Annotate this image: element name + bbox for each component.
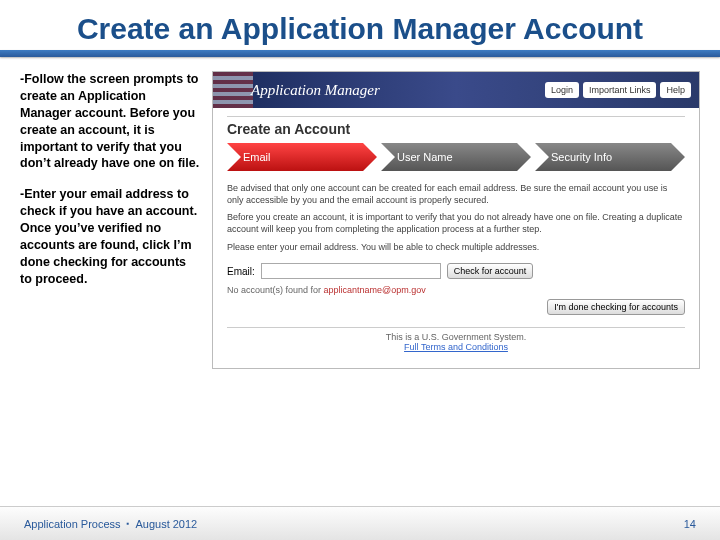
instruction-column: -Follow the screen prompts to create an … [20,71,200,369]
advisory-text-3: Please enter your email address. You wil… [227,242,685,254]
slide-title: Create an Application Manager Account [0,0,720,50]
done-checking-button[interactable]: I'm done checking for accounts [547,299,685,315]
status-email: applicantname@opm.gov [324,285,426,295]
flag-graphic [213,72,253,108]
page-number: 14 [684,518,696,530]
advisory-text-2: Before you create an account, it is impo… [227,212,685,235]
instruction-p2: -Enter your email address to check if yo… [20,186,200,287]
app-header: Application Manager Login Important Link… [213,72,699,108]
step-indicator: Email User Name Security Info [227,143,685,171]
panel-title: Create an Account [227,116,685,137]
important-links-button[interactable]: Important Links [583,82,657,98]
app-logo-text: Application Manager [251,82,380,99]
terms-link[interactable]: Full Terms and Conditions [404,342,508,352]
step-username: User Name [381,143,531,171]
status-prefix: No account(s) found for [227,285,321,295]
footer-date: August 2012 [135,518,197,530]
title-underline [0,50,720,57]
status-line: No account(s) found for applicantname@op… [227,285,685,295]
instruction-p1: -Follow the screen prompts to create an … [20,71,200,172]
screenshot-panel: Application Manager Login Important Link… [212,71,700,369]
gov-system-text: This is a U.S. Government System. [227,332,685,342]
step-security: Security Info [535,143,685,171]
slide-footer: Application Process ▪ August 2012 14 [0,506,720,540]
email-label: Email: [227,266,255,277]
help-button[interactable]: Help [660,82,691,98]
footer-separator: ▪ [127,519,130,528]
step-email: Email [227,143,377,171]
check-account-button[interactable]: Check for account [447,263,534,279]
email-field[interactable] [261,263,441,279]
login-button[interactable]: Login [545,82,579,98]
footer-process: Application Process [24,518,121,530]
advisory-text-1: Be advised that only one account can be … [227,183,685,206]
gov-footer: This is a U.S. Government System. Full T… [227,327,685,358]
